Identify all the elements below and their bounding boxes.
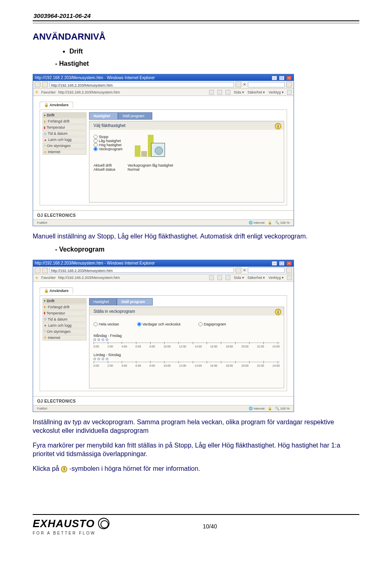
maximize-icon[interactable]: ▢ [279,76,285,80]
window-buttons[interactable]: – ▢ × [271,261,292,266]
info-icon: ? [44,144,45,148]
sidebar-item-drift[interactable]: ●Drift [42,298,87,304]
section-title: ANVÄNDARNIVÅ [33,31,359,42]
radio-vardagar[interactable]: Vardagar och veckoslut [137,322,180,326]
page-number: 10/40 [203,523,217,530]
favorites-label[interactable]: Favoriter [41,90,56,94]
sidebar-item-forlangd[interactable]: ◐Förlängd drift [42,304,87,310]
subtab-stall-program[interactable]: Ställ program [117,298,153,305]
info-icon: ? [44,330,45,333]
subitem-hastighet: - Hastighet [55,60,359,67]
favorites-label[interactable]: Favoriter [41,276,56,280]
radio-stopp[interactable]: Stopp [94,135,122,139]
paragraph-2c: Klicka på i -symbolen i högra hörnet för… [33,464,359,473]
rule-thin [33,23,359,23]
sidebar-item-om[interactable]: ?Om styrningen [42,143,87,149]
timeline-weekdays[interactable] [94,343,280,344]
back-icon[interactable] [35,82,40,87]
maximize-icon[interactable]: ▢ [279,261,285,266]
sidebar-item-temperatur[interactable]: ▮Temperatur [42,125,87,130]
address-field[interactable]: http://192.168.2.203/Menusystem.htm [49,267,234,273]
back-icon[interactable] [35,267,40,273]
menu-sida[interactable]: Sida ▾ [234,276,244,280]
sidebar-item-om[interactable]: ?Om styrningen [42,329,87,334]
mail-icon[interactable] [225,90,230,95]
sidebar-item-internet[interactable]: ◍Internet [42,149,87,155]
sidebar-item-temperatur[interactable]: ▮Temperatur [42,310,87,316]
forward-icon[interactable] [42,82,48,87]
menu-sakerhet[interactable]: Säkerhet ▾ [247,90,265,94]
search-field[interactable] [248,82,285,87]
subtab-hastighet[interactable]: Hastighet [89,298,117,305]
tab-url: http://192.168.2.203/Menusystem.htm [58,276,132,280]
radio-lag[interactable]: Låg hastighet [94,139,122,143]
home-icon[interactable] [209,275,214,280]
radio-hela-veckan[interactable]: Hela veckan [94,322,119,326]
close-icon[interactable]: × [286,76,292,80]
subtab-stall-program[interactable]: Ställ program [118,112,152,120]
favorites-icon[interactable]: ★ [35,275,39,281]
screenshot-veckoprogram: http://192.168.2.203/Menusystem.htm - Wi… [33,260,294,412]
subtab-hastighet[interactable]: Hastighet [89,112,118,120]
menu-verktyg[interactable]: Verktyg ▾ [268,90,284,94]
forward-icon[interactable] [42,267,48,273]
timeline-weekdays-hours: 0:002:004:006:008:0010:0012:0014:0016:00… [94,345,280,348]
sidebar-item-larm[interactable]: ▲Larm och logg [42,137,87,143]
minimize-icon[interactable]: – [272,261,277,266]
feeds-icon[interactable] [217,275,222,280]
status-zoom[interactable]: 🔍 100 % [275,221,290,225]
minimize-icon[interactable]: – [272,76,277,80]
help-icon[interactable] [287,275,292,280]
sidebar-item-tid[interactable]: ◷Tid & datum [42,316,87,322]
refresh-icon[interactable] [236,267,241,273]
sidebar-item-tid[interactable]: ◷Tid & datum [42,131,87,136]
menu-sida[interactable]: Sida ▾ [234,90,244,94]
status-zone: Internet [254,221,265,225]
search-icon[interactable] [286,82,292,87]
oj-logo: OJ ELECTRONICS [37,213,76,218]
label-aktuell-drift: Aktuell drift [94,163,116,167]
bullet-drift: Drift [69,48,359,55]
menu-sakerhet[interactable]: Säkerhet ▾ [247,276,265,280]
oj-logo: OJ ELECTRONICS [37,399,76,403]
radio-hog[interactable]: Hög hastighet [94,143,122,147]
window-buttons[interactable]: – ▢ × [271,75,292,80]
home-icon[interactable] [209,90,214,95]
info-icon: i [61,466,67,472]
sidebar-item-internet[interactable]: ◍Internet [42,335,87,341]
tab-label: Användare [49,289,69,293]
schedule-weekend-markers[interactable] [94,358,280,360]
paragraph-2a: Inställning av typ av veckoprogram. Samm… [33,418,359,435]
sidebar-item-larm[interactable]: ▲Larm och logg [42,323,87,328]
top-tab-anvandare[interactable]: 🔒 Användare [40,102,73,108]
top-tab-anvandare[interactable]: 🔒 Användare [40,287,73,294]
mail-icon[interactable] [225,275,230,280]
globe-icon: ◍ [44,336,47,339]
sidebar-item-drift[interactable]: ●Drift [42,112,87,118]
schedule-weekdays-markers[interactable] [94,339,280,341]
help-icon[interactable] [287,90,292,95]
favorites-icon[interactable]: ★ [35,89,39,95]
refresh-icon[interactable] [236,82,241,87]
menu-verktyg[interactable]: Verktyg ▾ [268,276,284,280]
screenshot-hastighet: http://192.168.2.203/Menusystem.htm - Wi… [33,74,294,226]
side-menu: ●Drift ◐Förlängd drift ▮Temperatur ◷Tid … [42,298,87,388]
feeds-icon[interactable] [217,90,222,95]
sidebar-item-forlangd[interactable]: ◐Förlängd drift [42,118,87,124]
paragraph-1: Manuell inställning av Stopp, Låg eller … [33,232,359,241]
close-icon[interactable]: × [286,261,292,266]
address-field[interactable]: http://192.168.2.203/Menusystem.htm [49,82,234,87]
window-titlebar: http://192.168.2.203/Menusystem.htm - Wi… [33,74,294,81]
radio-dagsprogram[interactable]: Dagsprogram [198,322,226,326]
globe-icon: ◍ [44,150,47,154]
status-zoom[interactable]: 🔍 100 % [275,407,290,410]
thermometer-icon: ▮ [44,311,45,315]
radio-veckoprogram[interactable]: Veckoprogram [94,147,122,151]
brand-logo: EXHAUSTO [33,517,95,530]
timeline-weekend[interactable] [94,362,280,363]
search-icon[interactable] [286,267,292,273]
info-icon[interactable]: i [275,309,281,315]
info-icon[interactable]: i [275,123,281,129]
status-left: Fullfört [37,221,47,225]
search-field[interactable] [248,267,285,273]
